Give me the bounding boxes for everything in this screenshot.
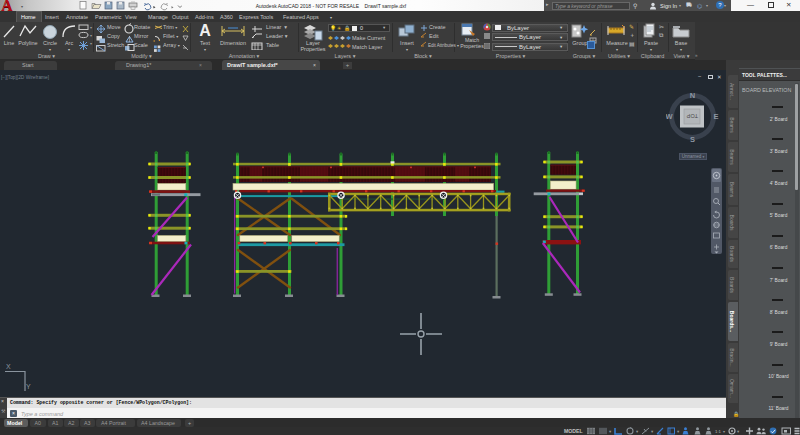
svg-text:▾: ▾ — [609, 429, 612, 434]
svg-text:▾: ▾ — [677, 429, 680, 434]
svg-text:1:1: 1:1 — [715, 429, 722, 434]
svg-text:▾: ▾ — [636, 429, 639, 434]
svg-text:▾: ▾ — [723, 429, 725, 434]
svg-text:MODEL: MODEL — [564, 428, 584, 434]
svg-text:▾: ▾ — [651, 429, 654, 434]
svg-text:▾: ▾ — [737, 429, 740, 434]
